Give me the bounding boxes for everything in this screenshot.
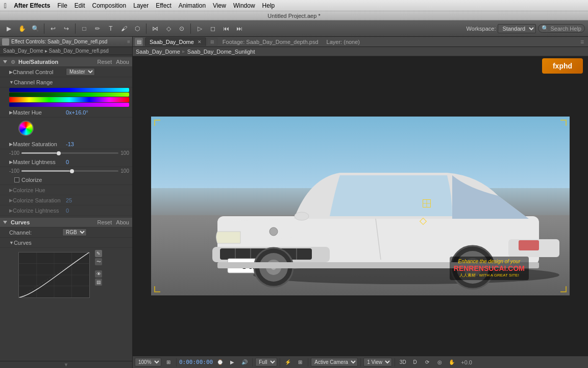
panel-title: Effect Controls: Saab_Day_Dome_refl.psd [11, 39, 107, 44]
master-lightness-value[interactable]: 0 [66, 159, 69, 165]
puppet-tool[interactable]: ⋈ [150, 23, 161, 34]
app-name-menu[interactable]: After Effects [14, 2, 50, 9]
comp-tab-panel-btn[interactable]: ⊞ [207, 38, 217, 46]
edit-menu[interactable]: Edit [75, 2, 85, 9]
draft-btn[interactable]: D [410, 358, 420, 367]
hue-sat-about[interactable]: Abou [116, 59, 129, 65]
workspace-select[interactable]: Standard [498, 24, 536, 33]
text-tool[interactable]: T [105, 23, 116, 34]
channel-range-label: Channel Range [14, 79, 65, 85]
breadcrumb-sub[interactable]: Saab_Day_Dome_Sunlight [187, 49, 255, 55]
curves-smooth-btn[interactable]: 〜 [95, 258, 102, 265]
colorize-hue-label: Colorize Hue [13, 187, 64, 193]
roto-tool[interactable]: ⊙ [176, 23, 187, 34]
colorize-sat-expand[interactable]: ▶ [9, 198, 13, 203]
curves-channel-select[interactable]: RGB [62, 228, 87, 236]
curves-hist-btn[interactable]: ▤ [95, 279, 102, 286]
breadcrumb-comp[interactable]: Saab_Day_Dome [136, 49, 180, 55]
colorize-lightness-value[interactable]: 0 [66, 208, 69, 214]
camera-select[interactable]: Active Camera [311, 358, 358, 366]
channel-control-select[interactable]: Master [66, 68, 95, 76]
menu-bar:  After Effects File Edit Composition La… [0, 0, 588, 11]
play-btn[interactable]: ▷ [194, 23, 205, 34]
hue-saturation-header[interactable]: ⚙ Hue/Saturation Reset Abou [0, 57, 132, 67]
hand-tool[interactable]: ✋ [16, 23, 28, 34]
selection-tool[interactable]: ▶ [3, 23, 14, 34]
hue-wheel[interactable] [18, 121, 34, 136]
colorize-saturation-label: Colorize Saturation [13, 197, 64, 203]
comp-tab-main[interactable]: Saab_Day_Dome ✕ [145, 37, 206, 46]
channel-expand[interactable]: ▶ [9, 70, 13, 75]
channel-range-expand[interactable]: ▼ [9, 80, 14, 85]
curves-header[interactable]: Curves Reset Abou [0, 218, 132, 227]
stop-btn[interactable]: ◻ [207, 23, 218, 34]
curves-expand-icon [3, 221, 7, 224]
master-lightness-label: Master Lightness [13, 159, 64, 165]
curves-pencil-btn[interactable]: ✎ [95, 250, 102, 257]
master-saturation-value[interactable]: -13 [66, 141, 74, 147]
sat-min-label: -100 [9, 150, 19, 156]
layer-menu[interactable]: Layer [133, 2, 149, 9]
help-menu[interactable]: Help [262, 2, 275, 9]
colorize-checkbox[interactable] [14, 177, 19, 182]
layer-tab[interactable]: Layer: (none) [323, 38, 364, 46]
zoom-select[interactable]: 100% [135, 358, 161, 366]
undo-btn[interactable]: ↩ [47, 23, 59, 34]
brush-tool[interactable]: 🖌 [118, 23, 130, 34]
comp-tabs: ▤ Saab_Day_Dome ✕ ⊞ Footage: Saab_Day_Do… [133, 37, 588, 47]
redo-btn[interactable]: ↪ [61, 23, 72, 34]
master-light-expand[interactable]: ▶ [9, 159, 13, 165]
view-select[interactable]: 1 View [363, 358, 392, 366]
effect-menu[interactable]: Effect [156, 2, 171, 9]
window-menu[interactable]: Window [233, 2, 255, 9]
zoom-tool[interactable]: 🔍 [30, 23, 41, 34]
3d-btn[interactable]: 3D [398, 358, 408, 367]
apple-menu[interactable]:  [4, 2, 7, 10]
search-help[interactable]: 🔍 Search Help [538, 24, 585, 33]
curves-inner-expand[interactable]: ▼ [9, 240, 14, 245]
stamp-tool[interactable]: ⬡ [132, 23, 143, 34]
quality-btn[interactable]: ⊞ [163, 358, 174, 367]
hue-wheel-container [0, 118, 132, 139]
orbit-btn[interactable]: ◎ [434, 358, 445, 367]
saturation-slider[interactable] [21, 152, 118, 154]
curves-canvas[interactable] [18, 252, 90, 298]
shape-tool[interactable]: ◇ [163, 23, 174, 34]
curves-reset[interactable]: Reset [97, 219, 112, 225]
comp-tab-main-close[interactable]: ✕ [198, 39, 202, 44]
master-saturation-row: ▶ Master Saturation -13 [0, 139, 132, 149]
pen-tool[interactable]: ✏ [92, 23, 103, 34]
master-lightness-row: ▶ Master Lightness 0 [0, 157, 132, 167]
colorize-row: Colorize [0, 175, 132, 185]
panel-menu-right[interactable]: ≡ [578, 38, 586, 45]
file-menu[interactable]: File [57, 2, 67, 9]
panel-menu-btn[interactable]: ≡ [127, 39, 130, 44]
colorize-light-expand[interactable]: ▶ [9, 208, 13, 213]
grid-btn[interactable]: ⊞ [295, 358, 305, 367]
fast-preview-btn[interactable]: ⚡ [283, 358, 293, 367]
master-hue-expand[interactable]: ▶ [9, 110, 13, 115]
reset-3d-btn[interactable]: ⟳ [422, 358, 432, 367]
blue-gradient-bar [9, 88, 129, 92]
animation-menu[interactable]: Animation [179, 2, 206, 9]
composition-menu[interactable]: Composition [92, 2, 127, 9]
master-hue-value[interactable]: 0x+16.0° [66, 109, 88, 116]
curves-eye-btn[interactable]: 👁 [95, 270, 102, 278]
next-btn[interactable]: ⏭ [234, 23, 245, 34]
quality-select[interactable]: Full [255, 358, 277, 366]
hue-sat-reset[interactable]: Reset [97, 59, 112, 65]
timecode-btn[interactable]: ⌚ [215, 358, 225, 367]
view-menu[interactable]: View [213, 2, 226, 9]
audio-btn[interactable]: 🔊 [239, 358, 250, 367]
master-sat-expand[interactable]: ▶ [9, 142, 13, 147]
prev-btn[interactable]: ⏮ [220, 23, 232, 34]
footage-tab[interactable]: Footage: Saab_Day_Dome_depth.psd [218, 38, 323, 46]
preview-btn[interactable]: ▶ [227, 358, 237, 367]
colorize-saturation-value[interactable]: 25 [66, 197, 72, 203]
main-layout: Effect Controls: Saab_Day_Dome_refl.psd … [0, 37, 588, 368]
curves-about[interactable]: Abou [116, 219, 129, 225]
lightness-slider[interactable] [21, 170, 118, 172]
colorize-hue-expand[interactable]: ▶ [9, 188, 13, 193]
box-tool[interactable]: □ [79, 23, 90, 34]
pan-3d-btn[interactable]: ✋ [447, 358, 457, 367]
